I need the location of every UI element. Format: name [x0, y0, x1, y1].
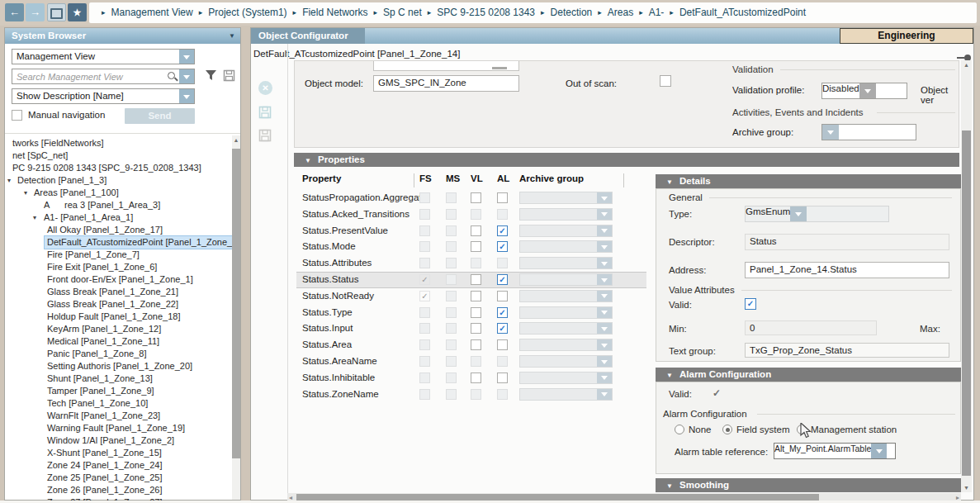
- archive-group-combo[interactable]: [519, 208, 613, 221]
- tree-scrollbar[interactable]: ▲: [232, 135, 240, 500]
- al-checkbox[interactable]: [497, 291, 508, 301]
- chevron-down-icon[interactable]: [597, 274, 612, 285]
- filter-icon[interactable]: [205, 69, 218, 82]
- smoothing-section-header[interactable]: ▼ Smoothing: [656, 478, 961, 492]
- fs-checkbox[interactable]: [419, 291, 430, 301]
- archive-group-combo[interactable]: [519, 306, 613, 319]
- al-checkbox[interactable]: [497, 339, 508, 350]
- chevron-down-icon[interactable]: [597, 373, 612, 383]
- archive-group-combo[interactable]: [519, 355, 613, 368]
- vl-checkbox[interactable]: [471, 373, 481, 383]
- archive-group-combo[interactable]: [519, 240, 613, 253]
- ms-checkbox[interactable]: [446, 373, 457, 383]
- validation-profile-combo[interactable]: Disabled: [821, 83, 907, 99]
- tree-item[interactable]: net [SpC_net]: [6, 149, 232, 162]
- chevron-down-icon[interactable]: [597, 323, 612, 334]
- back-button[interactable]: ←: [5, 3, 24, 21]
- fs-checkbox[interactable]: [419, 258, 430, 268]
- type-combo[interactable]: GmsEnum: [745, 206, 889, 222]
- tree-item[interactable]: Tech [Panel_1_Zone_10]: [6, 397, 232, 410]
- tree-item[interactable]: Zone 24 [Panel_1_Zone_24]: [6, 459, 232, 472]
- tree-expander-icon[interactable]: ▾: [33, 211, 36, 224]
- details-section-header[interactable]: ▼ Details: [656, 174, 961, 188]
- archive-group-combo[interactable]: [519, 388, 613, 401]
- tree-item[interactable]: KeyArm [Panel_1_Zone_12]: [6, 323, 232, 335]
- al-checkbox[interactable]: [497, 389, 508, 400]
- fs-checkbox[interactable]: [419, 356, 430, 367]
- min-field[interactable]: 0: [745, 320, 877, 335]
- vl-checkbox[interactable]: [471, 323, 481, 334]
- ms-checkbox[interactable]: [446, 323, 457, 334]
- vl-checkbox[interactable]: [471, 225, 481, 236]
- property-row[interactable]: Status.Attributes: [296, 255, 646, 272]
- tree-scrollbar-thumb[interactable]: [232, 149, 240, 458]
- tree-item[interactable]: DetFault_ATcustomizedPoint [Panel_1_Zone…: [6, 236, 232, 249]
- chevron-down-icon[interactable]: [597, 225, 612, 236]
- breadcrumb-item[interactable]: SPC 9-215 0208 1343: [437, 7, 535, 18]
- vl-checkbox[interactable]: [471, 307, 481, 318]
- ms-checkbox[interactable]: [446, 241, 457, 252]
- tree-item[interactable]: PC 9-215 0208 1343 [SPC_9-215_0208_1343]: [6, 162, 232, 174]
- al-checkbox[interactable]: [497, 323, 508, 334]
- tree-item[interactable]: WarnFlt [Panel_1_Zone_23]: [6, 410, 232, 422]
- property-row[interactable]: Status.PresentValue: [296, 223, 646, 240]
- radio-none[interactable]: [675, 425, 684, 434]
- tree-item[interactable]: Shunt [Panel_1_Zone_13]: [6, 373, 232, 385]
- favorites-button[interactable]: ★: [68, 3, 87, 21]
- chevron-down-icon[interactable]: [597, 209, 612, 220]
- tree-item[interactable]: Zone 25 [Panel_1_Zone_25]: [6, 472, 232, 484]
- ms-checkbox[interactable]: [446, 307, 457, 318]
- chevron-down-icon[interactable]: [597, 291, 612, 301]
- address-field[interactable]: Panel_1_Zone_14.Status: [745, 262, 949, 278]
- property-row[interactable]: Status.Acked_Transitions: [296, 206, 646, 223]
- search-input[interactable]: [12, 69, 166, 83]
- al-checkbox[interactable]: [497, 209, 508, 220]
- tree-item[interactable]: Tamper [Panel_1_Zone_9]: [6, 385, 232, 397]
- breadcrumb-item[interactable]: Project (System1): [208, 7, 286, 18]
- radio-management-station-label[interactable]: Management station: [811, 425, 897, 434]
- fs-checkbox[interactable]: [419, 225, 430, 236]
- chevron-down-icon[interactable]: [790, 206, 807, 221]
- radio-field-system[interactable]: [722, 425, 732, 434]
- tree-item[interactable]: X-Shunt [Panel_1_Zone_15]: [6, 447, 232, 459]
- tree-expander-icon[interactable]: ▾: [24, 187, 27, 199]
- discard-changes-icon[interactable]: ✕: [258, 81, 272, 95]
- tab-object-configurator[interactable]: Object Configurator: [251, 28, 365, 44]
- vl-checkbox[interactable]: [471, 209, 481, 220]
- archive-group-combo[interactable]: [821, 124, 916, 140]
- send-button[interactable]: Send: [125, 108, 195, 124]
- property-row[interactable]: Status.Type: [296, 305, 646, 321]
- breadcrumb-item[interactable]: Detection: [551, 7, 593, 18]
- save-icon[interactable]: [258, 106, 272, 120]
- chevron-down-icon[interactable]: [179, 89, 194, 103]
- tree-item[interactable]: Front door-En/Ex [Panel_1_Zone_1]: [6, 273, 232, 286]
- property-row[interactable]: Status.Area: [296, 337, 646, 354]
- al-checkbox[interactable]: [497, 258, 508, 268]
- al-checkbox[interactable]: [497, 241, 508, 252]
- description-selector[interactable]: Show Description [Name]: [12, 88, 195, 104]
- property-row[interactable]: Status.NotReady: [296, 288, 646, 305]
- manual-navigation-checkbox[interactable]: [12, 110, 22, 121]
- fs-checkbox[interactable]: [419, 389, 430, 400]
- descriptor-field[interactable]: Status: [745, 234, 949, 250]
- archive-group-combo[interactable]: [519, 225, 613, 237]
- forward-button[interactable]: →: [26, 3, 45, 21]
- tree-item[interactable]: Window 1/Al [Panel_1_Zone_2]: [6, 434, 232, 447]
- tree-item[interactable]: ▾Detection [Panel_1_3]: [6, 174, 232, 187]
- ms-checkbox[interactable]: [446, 225, 457, 236]
- panel-menu-icon[interactable]: ▼: [229, 32, 235, 40]
- breadcrumb-item[interactable]: DetFault_ATcustomizedPoint: [679, 7, 806, 18]
- tree-item[interactable]: Warning Fault [Panel_1_Zone_19]: [6, 422, 232, 434]
- tree-item[interactable]: Glass Break [Panel_1_Zone_21]: [6, 286, 232, 298]
- al-checkbox[interactable]: [497, 225, 508, 236]
- alarm-section-header[interactable]: ▼ Alarm Configuration: [656, 368, 961, 382]
- vl-checkbox[interactable]: [471, 291, 481, 301]
- engineering-mode-button[interactable]: Engineering: [840, 28, 973, 44]
- tree-item[interactable]: All Okay [Panel_1_Zone_17]: [6, 224, 232, 236]
- chevron-down-icon[interactable]: [822, 125, 839, 140]
- fs-checkbox[interactable]: [419, 339, 430, 350]
- archive-group-combo[interactable]: [519, 290, 613, 302]
- tree-item[interactable]: Setting Authoris [Panel_1_Zone_20]: [6, 360, 232, 373]
- property-row[interactable]: Status.AreaName: [296, 354, 646, 370]
- view-selector[interactable]: Management View: [12, 49, 195, 64]
